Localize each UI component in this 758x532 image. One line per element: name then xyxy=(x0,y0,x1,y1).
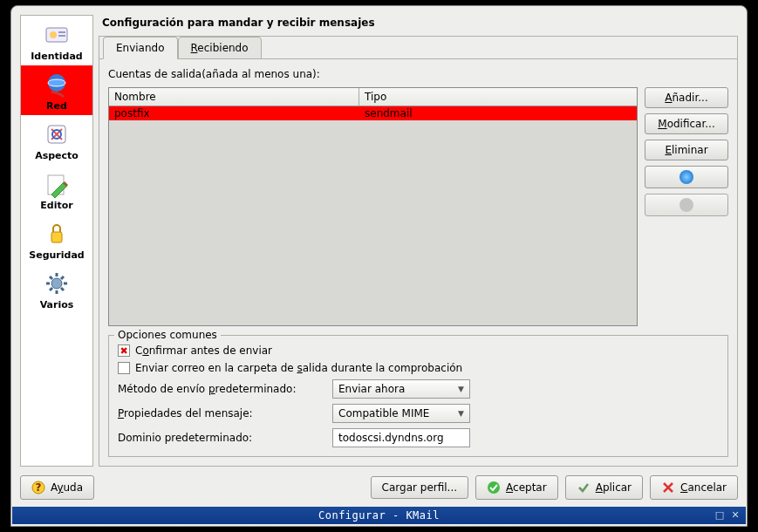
modify-button[interactable]: Modificar... xyxy=(645,113,728,134)
identity-icon xyxy=(43,21,71,49)
button-label: Cancelar xyxy=(680,481,727,494)
button-label: Aplicar xyxy=(596,481,632,494)
svg-rect-2 xyxy=(58,31,65,33)
account-buttons: Añadir... Modificar... Eliminar xyxy=(645,87,728,326)
sidebar-item-label: Identidad xyxy=(31,51,82,62)
outbox-checkbox[interactable] xyxy=(118,362,130,374)
button-label: Ayuda xyxy=(51,481,83,494)
accounts-table[interactable]: Nombre Tipo postfix sendmail xyxy=(108,87,638,326)
common-options-fieldset: Opciones comunes ✖ Confirmar antes de en… xyxy=(108,335,728,457)
page-title: Configuración para mandar y recibir mens… xyxy=(99,15,738,31)
table-row[interactable]: postfix sendmail xyxy=(109,106,637,120)
tab-label: Recibiendo xyxy=(191,42,249,54)
confirm-checkbox[interactable]: ✖ xyxy=(118,344,130,357)
cell-name: postfix xyxy=(109,106,359,120)
editor-icon xyxy=(43,170,71,198)
dialog-button-bar: ? Ayuda Cargar perfil... Aceptar Aplicar… xyxy=(11,475,747,507)
appearance-icon xyxy=(43,120,71,148)
sidebar-item-identidad[interactable]: Identidad xyxy=(21,16,92,65)
tab-body: Cuentas de salida(añada al menos una): N… xyxy=(99,58,737,466)
outbox-label: Enviar correo en la carpeta de salida du… xyxy=(135,362,462,374)
svg-line-16 xyxy=(61,288,64,290)
help-icon: ? xyxy=(31,481,45,494)
apply-icon xyxy=(577,481,591,494)
tab-bar: Enviando Recibiendo xyxy=(99,36,737,58)
ok-icon xyxy=(487,481,501,494)
cancel-button[interactable]: Cancelar xyxy=(650,475,738,500)
svg-point-1 xyxy=(50,31,57,38)
window-titlebar[interactable]: Configurar - KMail □ ✕ xyxy=(12,507,746,524)
default-method-combo[interactable]: Enviar ahora ▼ xyxy=(332,379,470,399)
info-button[interactable] xyxy=(645,166,728,188)
window-buttons: □ ✕ xyxy=(714,510,741,521)
add-button[interactable]: Añadir... xyxy=(645,87,728,108)
svg-line-18 xyxy=(50,288,52,290)
default-method-row: Método de envío predeterminado: Enviar a… xyxy=(118,379,719,399)
maximize-icon[interactable]: □ xyxy=(714,510,725,521)
window-title: Configurar - KMail xyxy=(318,509,440,522)
dialog-content: Identidad Red Aspecto Editor xyxy=(11,6,747,475)
default-domain-input[interactable]: todoscsi.dyndns.org xyxy=(332,428,470,447)
config-dialog: Identidad Red Aspecto Editor xyxy=(10,5,748,527)
tab-label: Enviando xyxy=(116,42,165,54)
outgoing-accounts-label: Cuentas de salida(añada al menos una): xyxy=(108,68,728,80)
column-header-type[interactable]: Tipo xyxy=(359,88,637,106)
remove-button[interactable]: Eliminar xyxy=(645,140,728,160)
svg-point-10 xyxy=(51,278,62,289)
main-panel: Configuración para mandar y recibir mens… xyxy=(99,15,738,467)
load-profile-button[interactable]: Cargar perfil... xyxy=(371,476,468,499)
button-label: Cargar perfil... xyxy=(382,481,457,494)
combo-value: Compatible MIME xyxy=(338,407,429,419)
send-in-outbox-row: Enviar correo en la carpeta de salida du… xyxy=(118,362,719,374)
sidebar-item-label: Seguridad xyxy=(29,249,84,261)
help-button[interactable]: ? Ayuda xyxy=(20,475,94,500)
apply-button[interactable]: Aplicar xyxy=(565,475,643,500)
disabled-button xyxy=(645,194,728,216)
input-value: todoscsi.dyndns.org xyxy=(338,432,444,444)
confirm-label: Confirmar antes de enviar xyxy=(135,344,272,357)
sidebar-item-label: Editor xyxy=(40,200,72,211)
sidebar-item-label: Varios xyxy=(40,299,74,310)
ok-button[interactable]: Aceptar xyxy=(475,475,558,500)
network-icon xyxy=(43,71,71,99)
svg-point-21 xyxy=(488,481,500,494)
button-label: Aceptar xyxy=(506,481,547,494)
table-header: Nombre Tipo xyxy=(109,88,637,106)
category-sidebar: Identidad Red Aspecto Editor xyxy=(20,15,93,467)
tab-container: Enviando Recibiendo Cuentas de salida(añ… xyxy=(99,36,738,467)
cancel-icon xyxy=(661,481,675,494)
chevron-down-icon: ▼ xyxy=(458,385,464,393)
message-props-combo[interactable]: Compatible MIME ▼ xyxy=(332,404,470,423)
close-icon[interactable]: ✕ xyxy=(730,510,741,521)
default-method-label: Método de envío predeterminado: xyxy=(118,383,325,395)
sidebar-item-aspecto[interactable]: Aspecto xyxy=(21,115,92,165)
tab-enviando[interactable]: Enviando xyxy=(103,37,178,59)
tab-recibiendo[interactable]: Recibiendo xyxy=(178,37,262,59)
svg-text:?: ? xyxy=(36,481,42,494)
default-domain-label: Dominio predeterminado: xyxy=(118,432,325,444)
combo-value: Enviar ahora xyxy=(338,383,405,395)
chevron-down-icon: ▼ xyxy=(458,409,464,418)
default-domain-row: Dominio predeterminado: todoscsi.dyndns.… xyxy=(118,428,719,447)
misc-icon xyxy=(43,269,71,297)
sidebar-item-editor[interactable]: Editor xyxy=(21,165,92,215)
sidebar-item-label: Aspecto xyxy=(35,150,79,161)
svg-rect-3 xyxy=(58,35,65,37)
sidebar-item-seguridad[interactable]: Seguridad xyxy=(21,215,92,264)
cell-type: sendmail xyxy=(359,106,637,120)
outgoing-accounts-area: Nombre Tipo postfix sendmail Añadir... M… xyxy=(108,87,728,326)
security-icon xyxy=(43,220,71,248)
column-header-name[interactable]: Nombre xyxy=(109,88,359,106)
sidebar-item-red[interactable]: Red xyxy=(21,65,92,115)
svg-line-17 xyxy=(61,276,64,279)
message-props-row: Propiedades del mensaje: Compatible MIME… xyxy=(118,404,719,423)
info-icon xyxy=(679,170,693,184)
sidebar-item-label: Red xyxy=(46,100,67,112)
svg-line-15 xyxy=(50,276,52,279)
grey-dot-icon xyxy=(679,198,693,212)
sidebar-item-varios[interactable]: Varios xyxy=(21,264,92,314)
confirm-before-send-row: ✖ Confirmar antes de enviar xyxy=(118,344,719,357)
svg-rect-9 xyxy=(51,232,62,242)
message-props-label: Propiedades del mensaje: xyxy=(118,407,325,419)
fieldset-legend: Opciones comunes xyxy=(114,329,221,341)
